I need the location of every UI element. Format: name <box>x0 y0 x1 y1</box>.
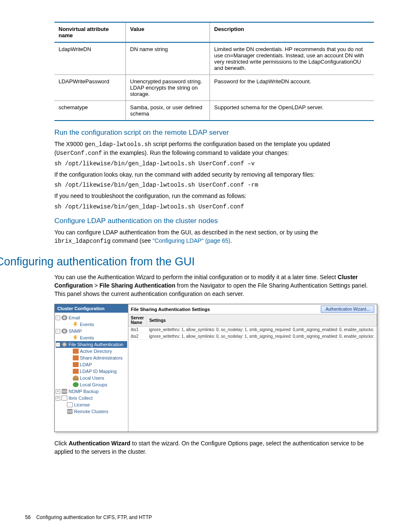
tree-item[interactable]: LDAP <box>56 361 127 368</box>
tree-item-label: License <box>74 402 90 407</box>
ldap-icon <box>73 369 79 374</box>
tree-item[interactable]: Local Groups <box>56 381 127 388</box>
db-icon <box>67 409 73 414</box>
collapse-icon[interactable]: - <box>56 342 60 347</box>
tree-item-label: LDAP <box>80 362 92 367</box>
bolt-icon <box>73 322 79 327</box>
doc-icon <box>61 396 67 401</box>
tree-item-label: Ibrix Collect <box>69 396 92 401</box>
gear-icon <box>61 329 67 334</box>
table-row: schematype Samba, posix, or user defined… <box>54 101 374 121</box>
gear-icon <box>61 342 67 347</box>
tree-item[interactable]: Local Users <box>56 375 127 381</box>
nonvirtual-attr-table: Nonvirtual attribute name Value Descript… <box>54 22 374 121</box>
nav-title: Cluster Configuration <box>55 304 128 313</box>
tree-item-label: LDAP ID Mapping <box>80 369 117 374</box>
tree-item-label: Email <box>69 315 80 320</box>
page-heading: Configuring authentication from the GUI <box>0 255 374 268</box>
paragraph: If you need to troubleshoot the configur… <box>54 192 374 200</box>
tree-item-label: Share Administrators <box>80 355 123 360</box>
paragraph: You can use the Authentication Wizard to… <box>54 273 374 298</box>
xref-link[interactable]: "Configuring LDAP" (page 65) <box>153 237 230 244</box>
doc-icon <box>67 402 73 407</box>
tree-item[interactable]: -Email <box>56 314 127 321</box>
section-heading: Configure LDAP authentication on the clu… <box>54 217 374 225</box>
paragraph: If the configuration looks okay, run the… <box>54 171 374 179</box>
tree-item[interactable]: LDAP ID Mapping <box>56 368 127 375</box>
tree-item-label: Local Users <box>80 375 104 380</box>
col-header: Description <box>210 22 374 42</box>
grid-row[interactable]: ibs1 ignore_writethru: 1, allow_symlinks… <box>128 326 377 333</box>
tree-item[interactable]: +Ibrix Collect <box>56 395 127 401</box>
tree-item-label: Active Directory <box>80 349 112 354</box>
tree-item-label: NDMP Backup <box>69 389 99 394</box>
col-header: Value <box>126 22 210 42</box>
collapse-icon[interactable]: - <box>56 329 60 334</box>
tree-item[interactable]: -File Sharing Authentication <box>56 341 127 348</box>
tree-item[interactable]: License <box>56 401 127 408</box>
tree-item[interactable]: Events <box>56 334 127 341</box>
nav-tree: Cluster Configuration -EmailEvents-SNMPE… <box>55 304 128 432</box>
page-footer: 56 Configuring authentication for CIFS, … <box>25 514 152 520</box>
tree-item-label: File Sharing Authentication <box>69 342 123 347</box>
paragraph: Click Authentication Wizard to start the… <box>54 439 374 456</box>
tree-item-label: Local Groups <box>80 382 107 387</box>
chapter-title: Configuring authentication for CIFS, FTP… <box>36 514 152 520</box>
ldap-icon <box>73 362 79 367</box>
expand-icon[interactable]: + <box>56 389 60 394</box>
table-row: LdapWriteDN DN name string Limited write… <box>54 42 374 75</box>
command: sh /opt/likewise/bin/gen_ldap-lwtools.sh… <box>54 160 374 168</box>
tree-item-label: SNMP <box>69 329 82 334</box>
grid-col: Settings <box>146 314 376 326</box>
paragraph: You can configure LDAP authentication fr… <box>54 229 374 245</box>
ldap-icon <box>73 349 79 354</box>
section-heading: Run the configuration script on the remo… <box>54 129 374 137</box>
tree-item[interactable]: Active Directory <box>56 348 127 355</box>
collapse-icon[interactable]: - <box>56 316 60 320</box>
command: sh /opt/likewise/bin/gen_ldap-lwtools.sh… <box>54 181 374 190</box>
group-icon <box>73 382 79 387</box>
command: sh /opt/likewise/bin/gen_ldap-lwtools.sh… <box>54 203 374 211</box>
gear-icon <box>61 315 67 320</box>
grid-col: Server Name <box>128 314 147 326</box>
bolt-icon <box>73 335 79 340</box>
paragraph: The X9000 gen_ldap-lwtools.sh script per… <box>54 140 374 157</box>
tree-item-label: Remote Clusters <box>74 409 108 414</box>
expand-icon[interactable]: + <box>56 396 60 401</box>
col-header: Nonvirtual attribute name <box>54 22 126 42</box>
screenshot-panel: Cluster Configuration -EmailEvents-SNMPE… <box>54 304 377 432</box>
tree-item[interactable]: Events <box>56 321 127 328</box>
panel-title: File Sharing Authentication Settings <box>131 307 210 312</box>
settings-grid: Server Name Settings ibs1 ignore_writeth… <box>128 314 377 432</box>
tree-item[interactable]: Remote Clusters <box>56 408 127 415</box>
table-row: LDAPWritePassword Unencrypted password s… <box>54 75 374 101</box>
tree-item-label: Events <box>80 335 94 340</box>
tree-item-label: Events <box>80 322 94 327</box>
tree-item[interactable]: -SNMP <box>56 328 127 334</box>
user-icon <box>73 375 79 380</box>
db-icon <box>61 389 67 394</box>
ldap-icon <box>73 355 79 360</box>
authentication-wizard-button[interactable]: Authentication Wizard... <box>321 306 374 313</box>
tree-item[interactable]: +NDMP Backup <box>56 388 127 395</box>
grid-row[interactable]: ibs2 ignore_writethru: 1, allow_symlinks… <box>128 333 377 340</box>
tree-item[interactable]: Share Administrators <box>56 355 127 361</box>
page-number: 56 <box>25 514 31 520</box>
